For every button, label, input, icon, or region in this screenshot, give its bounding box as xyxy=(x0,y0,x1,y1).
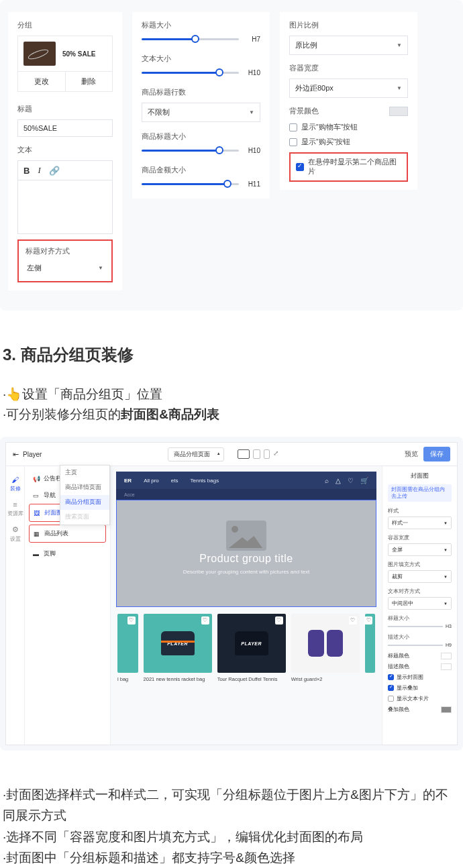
page-dropdown: 主页 商品详情页面 商品分组页面 搜索页面 xyxy=(60,465,110,525)
leftbar-decorate[interactable]: 🖌装修 xyxy=(6,472,24,496)
product-card[interactable]: PLAYER♡ Tour Racquet Duffel Tennis xyxy=(217,614,286,682)
title-label: 标题 xyxy=(17,104,113,114)
heart-icon[interactable]: ♡ xyxy=(127,616,136,625)
bottom-line-2: ·选择不同「容器宽度和图片填充方式」，编辑优化封面图的布局 xyxy=(3,826,460,847)
exit-icon[interactable]: ⇤ xyxy=(13,450,19,459)
delete-button[interactable]: 删除 xyxy=(66,72,113,91)
align-highlight: 标题对齐方式 左侧 ▼ xyxy=(17,239,113,282)
heart-icon[interactable]: ♡ xyxy=(364,616,372,625)
bold-icon[interactable]: B xyxy=(23,166,30,176)
fullscreen-icon[interactable]: ⤢ xyxy=(273,449,278,459)
check-hover[interactable] xyxy=(296,163,304,171)
heart-icon[interactable]: ♡ xyxy=(275,616,283,625)
preview-button[interactable]: 预览 xyxy=(405,449,418,459)
dropdown-search[interactable]: 搜索页面 xyxy=(60,510,109,525)
title-input[interactable]: 50%SALE xyxy=(17,119,113,137)
settings-panels: 分组 50% SALE 更改 删除 标题 50%SALE 文本 B I 🔗 标题… xyxy=(0,0,463,311)
brand: ER xyxy=(124,478,132,484)
product-card[interactable]: ♡ l bag xyxy=(117,614,138,682)
megaphone-icon: 📢 xyxy=(33,476,40,482)
panel-group: 分组 50% SALE 更改 删除 标题 50%SALE 文本 B I 🔗 标题… xyxy=(8,12,122,290)
pointing-icon: 👆 xyxy=(6,386,22,402)
title-color-swatch[interactable] xyxy=(441,653,452,659)
caret-icon: ▼ xyxy=(397,85,402,91)
app-title: Player xyxy=(23,451,42,458)
align-label: 标题对齐方式 xyxy=(25,246,105,256)
title-size-slider[interactable] xyxy=(388,626,443,627)
prod-title-slider[interactable] xyxy=(142,150,239,152)
leftbar-resource[interactable]: ≡资源库 xyxy=(6,496,24,521)
rp-notice: 封面图需在商品分组内去上传 xyxy=(388,484,452,502)
bullet-2: ·可分别装修分组页的封面图&商品列表 xyxy=(0,406,463,423)
ratio-select[interactable]: 原比例 ▼ xyxy=(289,36,408,55)
caret-icon: ▼ xyxy=(249,109,254,115)
overlay-color-swatch[interactable] xyxy=(441,706,452,713)
italic-icon[interactable]: I xyxy=(38,165,40,176)
sidebar: 📢 公告栏 ◉ ▭ 导航 🖼 封面图 ▦ 商品列表 ▬ xyxy=(25,466,111,745)
page-selector[interactable]: 商品分组页面 ▴ xyxy=(168,447,224,462)
fill-select[interactable]: 裁剪▼ xyxy=(388,570,452,583)
product-card[interactable]: ♡ Wrist guard×2 xyxy=(291,614,360,682)
canvas-hero[interactable]: Product group title Describe your groupi… xyxy=(116,500,376,607)
width-select[interactable]: 全屏▼ xyxy=(388,543,452,556)
prod-amount-slider[interactable] xyxy=(142,183,239,185)
check-overlay[interactable] xyxy=(388,685,394,691)
check-cover[interactable] xyxy=(388,674,394,680)
desc-color-swatch[interactable] xyxy=(441,663,452,670)
dropdown-detail[interactable]: 商品详情页面 xyxy=(60,480,109,495)
heart-icon[interactable]: ♡ xyxy=(349,616,357,625)
user-icon[interactable]: △ xyxy=(336,477,341,484)
nav-icon: ▭ xyxy=(33,492,40,499)
rp-title: 封面图 xyxy=(388,472,452,480)
title-size-slider[interactable] xyxy=(142,38,239,40)
product-card[interactable]: ♡ xyxy=(365,614,375,682)
footer-icon: ▬ xyxy=(33,551,40,557)
product-card[interactable]: PLAYER♡ 2021 new tennis racket bag xyxy=(144,614,212,682)
right-panel: 封面图 封面图需在商品分组内去上传 样式 样式一▼ 容器宽度 全屏▼ 图片填充方… xyxy=(382,466,457,745)
sidebar-list[interactable]: ▦ 商品列表 xyxy=(29,525,106,543)
rows-select[interactable]: 不限制 ▼ xyxy=(142,103,260,122)
product-grid: ♡ l bag PLAYER♡ 2021 new tennis racket b… xyxy=(116,614,376,682)
prod-amount-label: 商品金额大小 xyxy=(142,165,260,175)
tablet-icon[interactable] xyxy=(253,449,260,459)
leftbar-settings[interactable]: ⚙设置 xyxy=(6,521,24,547)
bottom-line-3: ·封面图中「分组标题和描述」都支持字号&颜色选择 xyxy=(3,847,460,868)
caret-icon: ▼ xyxy=(397,42,402,48)
link-icon[interactable]: 🔗 xyxy=(49,166,60,176)
title-size-value: H7 xyxy=(246,36,260,43)
text-size-label: 文本大小 xyxy=(142,54,260,64)
bgcolor-swatch[interactable] xyxy=(389,107,408,116)
caret-icon: ▼ xyxy=(98,265,103,271)
text-area[interactable] xyxy=(17,180,113,234)
desktop-icon[interactable] xyxy=(238,449,250,459)
mobile-icon[interactable] xyxy=(264,449,270,459)
cart-icon[interactable]: 🛒 xyxy=(360,477,368,484)
style-select[interactable]: 样式一▼ xyxy=(388,517,452,529)
rows-label: 商品标题行数 xyxy=(142,87,260,97)
leftbar: 🖌装修 ≡资源库 ⚙设置 xyxy=(6,466,25,745)
check-buy[interactable] xyxy=(289,138,297,146)
save-button[interactable]: 保存 xyxy=(423,447,450,462)
heart-icon[interactable]: ♡ xyxy=(201,616,209,625)
bottom-line-1: ·封面图选择样式一和样式二，可实现「分组标题位于图片上方&图片下方」的不同展示方… xyxy=(3,784,460,826)
image-card: 50% SALE xyxy=(17,36,113,72)
search-icon[interactable]: ⌕ xyxy=(325,477,329,484)
canvas: ER All pro ets Tennis bags ⌕ △ ♡ 🛒 Acce … xyxy=(111,466,382,745)
align-select[interactable]: 左侧 ▼ xyxy=(25,260,105,276)
heart-icon[interactable]: ♡ xyxy=(348,477,354,484)
change-button[interactable]: 更改 xyxy=(18,72,66,91)
text-size-slider[interactable] xyxy=(142,72,239,74)
dropdown-group[interactable]: 商品分组页面 xyxy=(60,495,109,510)
sale-text: 50% SALE xyxy=(62,50,95,58)
align-select[interactable]: 中间居中▼ xyxy=(388,597,452,610)
width-select[interactable]: 外边距80px ▼ xyxy=(289,78,408,98)
bullet-1: ·👆设置「商品分组页」位置 xyxy=(0,386,463,403)
check-textcard[interactable] xyxy=(388,696,394,702)
dropdown-home[interactable]: 主页 xyxy=(60,466,109,480)
caret-icon: ▴ xyxy=(217,451,220,456)
desc-size-slider[interactable] xyxy=(388,645,443,646)
check-cart[interactable] xyxy=(289,123,297,131)
sidebar-footer[interactable]: ▬ 页脚 xyxy=(29,545,106,562)
group-label: 分组 xyxy=(17,20,113,30)
image-buttons: 更改 删除 xyxy=(17,72,113,92)
